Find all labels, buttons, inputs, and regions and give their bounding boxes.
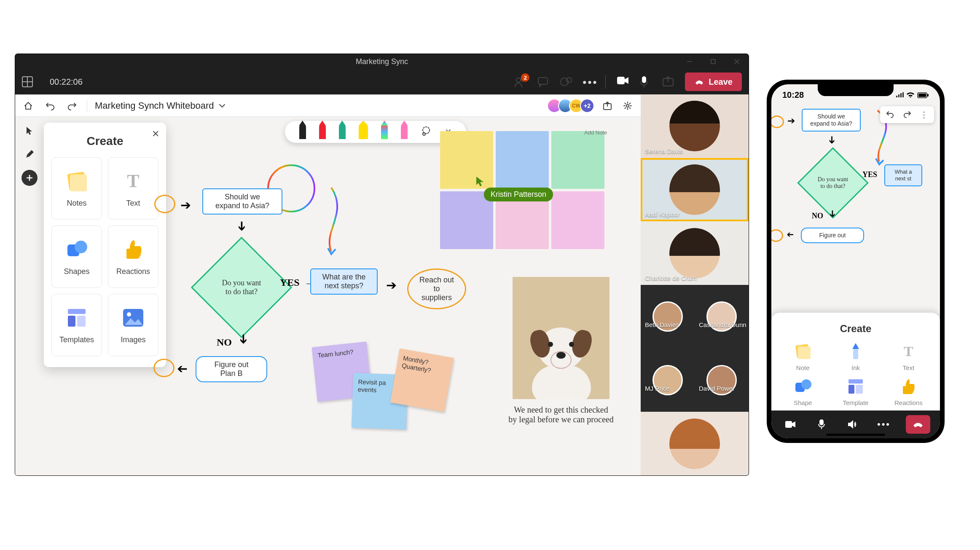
lasso-tool[interactable] — [421, 126, 432, 138]
svg-rect-23 — [77, 316, 86, 327]
gallery-icon[interactable] — [22, 76, 33, 87]
people-badge: 2 — [521, 73, 529, 82]
arrow-down-icon: ➔ — [827, 210, 838, 217]
home-button[interactable] — [21, 99, 35, 113]
share-whiteboard-button[interactable] — [600, 99, 615, 113]
svg-point-4 — [516, 78, 521, 82]
participant-tile[interactable] — [641, 412, 749, 475]
participant-tile[interactable]: David Power — [695, 365, 749, 395]
svg-rect-34 — [853, 349, 858, 359]
flow-oval-suppliers[interactable]: Reach out to suppliers — [407, 268, 466, 309]
whiteboard-header: Marketing Synch Whiteboard CW +2 — [15, 95, 641, 117]
mobile-device: 10:28 ⋮ ➔ Should we expand to Asia? ➔ Do… — [767, 80, 944, 443]
rainbow-arrow — [314, 184, 348, 260]
flow-box-planb[interactable]: Figure out Plan B — [196, 356, 267, 382]
flow-box-expand[interactable]: Should we expand to Asia? — [202, 188, 282, 215]
mobile-create-ink[interactable]: Ink — [829, 342, 882, 371]
whiteboard-title-dropdown[interactable]: Marketing Synch Whiteboard — [95, 100, 226, 111]
close-window-button[interactable] — [725, 54, 749, 69]
window-title: Marketing Sync — [356, 57, 408, 66]
mobile-camera-button[interactable] — [781, 415, 800, 434]
flow-oval-end[interactable] — [153, 359, 175, 377]
mobile-redo[interactable] — [903, 110, 911, 119]
highlighter-yellow[interactable] — [359, 125, 368, 139]
create-templates-label: Templates — [59, 335, 94, 344]
svg-rect-10 — [642, 76, 646, 83]
create-text-label: Text — [126, 199, 140, 208]
ink-tool[interactable] — [21, 146, 38, 162]
participant-tile[interactable]: MJ Price — [641, 365, 695, 395]
pen-black[interactable] — [299, 125, 306, 139]
create-notes[interactable]: Notes — [51, 157, 102, 220]
svg-rect-17 — [70, 174, 87, 191]
add-tool[interactable] — [21, 170, 38, 186]
people-button[interactable]: 2 — [514, 76, 526, 88]
mobile-more-button[interactable]: ••• — [875, 415, 893, 434]
inserted-image[interactable] — [513, 277, 609, 399]
flow-oval-start[interactable] — [154, 195, 175, 213]
mobile-hangup-button[interactable] — [906, 415, 930, 434]
arrow-left-icon: ➔ — [787, 229, 794, 239]
titlebar: Marketing Sync — [15, 54, 749, 69]
create-text[interactable]: T Text — [108, 157, 158, 220]
create-shapes[interactable]: Shapes — [51, 225, 102, 288]
participant-tile[interactable]: Aadi Kapoor — [641, 158, 749, 222]
participant-tile[interactable]: Charlotte de Crum — [641, 221, 749, 285]
participant-tile[interactable]: Cassandra Dunn — [695, 301, 749, 332]
leave-button[interactable]: Leave — [685, 72, 742, 91]
remote-cursor-label: Kristin Patterson — [484, 188, 553, 201]
mobile-create-note[interactable]: Note — [776, 342, 829, 371]
flow-yes-label: YES — [280, 277, 300, 288]
mobile-decision: Do you want to do that? — [797, 147, 869, 219]
create-notes-label: Notes — [67, 199, 86, 208]
pen-pink[interactable] — [401, 125, 408, 139]
reactions-button[interactable] — [560, 76, 572, 88]
collaborator-avatars[interactable]: CW +2 — [550, 99, 594, 113]
create-panel: ✕ Create Notes T Text Shapes — [44, 123, 166, 367]
participant-tile[interactable]: Beth Davies — [641, 301, 695, 332]
pen-green[interactable] — [339, 125, 346, 139]
mobile-mic-button[interactable] — [812, 415, 831, 434]
maximize-button[interactable] — [701, 54, 725, 69]
mic-button[interactable] — [639, 76, 651, 88]
mobile-create-template[interactable]: Template — [829, 377, 882, 406]
camera-button[interactable] — [617, 76, 628, 88]
mobile-box-steps: What a next st — [884, 164, 922, 186]
mobile-create-shape[interactable]: Shape — [776, 377, 829, 406]
flow-decision[interactable]: Do you want to do that? — [191, 237, 292, 338]
flow-box-steps[interactable]: What are the next steps? — [310, 268, 378, 295]
pen-red[interactable] — [319, 125, 326, 139]
share-button[interactable] — [662, 76, 674, 88]
select-tool[interactable] — [21, 123, 38, 139]
minimize-button[interactable] — [678, 54, 701, 69]
mobile-undo[interactable] — [886, 110, 894, 119]
create-images[interactable]: Images — [108, 294, 158, 356]
mobile-create-text[interactable]: TText — [882, 342, 935, 371]
create-templates[interactable]: Templates — [51, 294, 102, 356]
whiteboard-panel: Marketing Synch Whiteboard CW +2 — [15, 94, 641, 475]
sticky-orange[interactable]: Monthly? Quarterly? — [390, 349, 454, 412]
flow-no-label: NO — [217, 337, 232, 348]
pen-rainbow[interactable] — [381, 125, 388, 139]
svg-rect-42 — [819, 419, 824, 425]
create-reactions[interactable]: Reactions — [108, 225, 158, 288]
whiteboard-canvas[interactable]: ✕ Create Notes T Text Shapes — [15, 117, 641, 475]
participant-name: Charlotte de Crum — [645, 274, 697, 282]
mobile-more[interactable]: ⋮ — [920, 110, 928, 120]
teams-meeting-window: Marketing Sync 00:22:06 2 ••• Leave — [15, 54, 749, 475]
participant-name: Beth Davies — [645, 321, 679, 328]
home-indicator — [826, 434, 885, 436]
participant-tile[interactable]: Serena Davis — [641, 94, 749, 158]
settings-button[interactable] — [620, 99, 635, 113]
more-button[interactable]: ••• — [583, 76, 594, 88]
svg-rect-9 — [617, 77, 625, 84]
undo-button[interactable] — [43, 99, 57, 113]
close-create-panel[interactable]: ✕ — [152, 129, 159, 140]
mobile-create-reactions[interactable]: Reactions — [882, 377, 935, 406]
svg-rect-20 — [126, 249, 131, 259]
arrow-icon: ➔ — [386, 278, 397, 292]
mobile-toolbar: ⋮ — [880, 106, 934, 123]
chat-button[interactable] — [537, 76, 549, 88]
mobile-speaker-button[interactable] — [843, 415, 862, 434]
redo-button[interactable] — [65, 99, 79, 113]
